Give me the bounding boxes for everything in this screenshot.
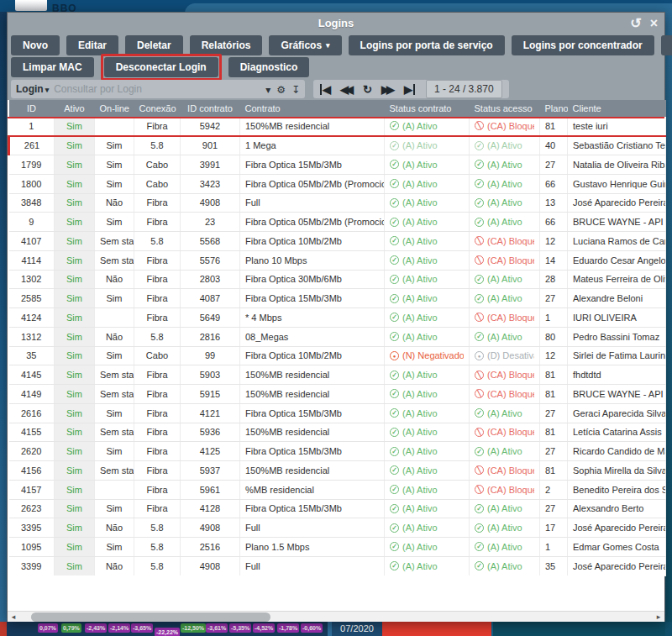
chart-chip: 0,79% <box>61 623 81 633</box>
table-row[interactable]: 4155SimSem staFibra5936150%MB residencia… <box>9 423 666 442</box>
check-circle-icon: ✓ <box>390 485 399 494</box>
window-titlebar[interactable]: Logins ↺× <box>8 13 664 34</box>
cogs-icon[interactable]: ⚙ <box>276 84 286 96</box>
cell-id_contrato: 2816 <box>181 327 240 346</box>
cell-cliente: Mateus Ferreira de Oliv <box>568 270 666 289</box>
table-row[interactable]: 9SimSimFibra23Fibra Optica 05Mb/2Mb (Pro… <box>9 213 666 232</box>
table-row[interactable]: 2585SimSimFibra4087Fibra Optica 15Mb/3Mb… <box>9 289 666 308</box>
relatorios-button[interactable]: Relatórios <box>190 35 263 55</box>
table-row[interactable]: 2623SimSimFibra4128Fibra Optica 15Mb/3Mb… <box>9 499 666 518</box>
table-row[interactable]: 4114SimSem staFibra5576Plano 10 Mbps✓(A)… <box>9 250 666 270</box>
deletar-button[interactable]: Deletar <box>125 35 183 55</box>
table-row[interactable]: 1302SimNãoFibra2803Fibra Optica 30Mb/6Mb… <box>9 270 666 289</box>
table-row[interactable]: 4157SimFibra5961%MB residencial✓(A) Ativ… <box>9 480 666 499</box>
table-row[interactable]: 1SimFibra5942150%MB residencial✓(A) Ativ… <box>9 117 666 136</box>
search-input[interactable] <box>54 83 260 95</box>
scrollbar-thumb[interactable] <box>31 612 270 622</box>
cell-contrato: Fibra Optica 15Mb/3Mb <box>240 442 385 461</box>
limpar-mac-button[interactable]: Limpar MAC <box>11 57 94 77</box>
status-label: (CA) Bloqueio A <box>487 121 534 131</box>
column-header-status-acesso[interactable]: Status acesso <box>470 100 540 117</box>
table-row[interactable]: 35SimSimCabo99Fibra Optica 10Mb/2Mb●(N) … <box>9 346 666 365</box>
slash-circle-icon: ╲ <box>475 371 484 380</box>
cell-status_contrato: ✓(A) Ativo <box>385 308 470 328</box>
cell-cliente: Letícia Catarina Assis <box>568 423 666 442</box>
status-label: (A) Ativo <box>402 503 438 513</box>
cell-cliente: Eduardo Cesar Angelo <box>568 250 666 270</box>
scrollbar-track[interactable] <box>19 612 653 623</box>
column-header-on-line[interactable]: On-line <box>95 100 134 117</box>
table-row[interactable]: 4156SimSem staFibra5937150%MB residencia… <box>9 461 666 481</box>
check-circle-icon: ✓ <box>475 294 484 303</box>
column-header-cliente[interactable]: Cliente <box>568 100 666 117</box>
check-circle-icon: ✓ <box>390 294 399 303</box>
table-row[interactable]: 1799SimSimCabo3991Fibra Optica 15Mb/3Mb✓… <box>9 155 666 175</box>
column-header-id[interactable]: ID <box>9 100 55 117</box>
cell-status_contrato: ✓(A) Ativo <box>385 538 470 557</box>
scroll-right-arrow-icon[interactable]: ▸ <box>653 612 664 621</box>
background-teal-block <box>491 622 665 636</box>
table-row[interactable]: 1095SimSim5.82516Plano 1.5 Mbps✓(A) Ativ… <box>9 538 666 557</box>
download-icon[interactable]: ↧ <box>291 84 300 96</box>
first-page-button[interactable]: ◀ <box>320 84 331 95</box>
cell-cliente: BRUCE WAYNE - API <box>568 385 666 404</box>
table-row[interactable]: 3395SimNão5.84908Full✓(A) Ativo✓(A) Ativ… <box>9 518 666 538</box>
cell-online: Sim <box>95 155 134 175</box>
table-row[interactable]: 1800SimSimCabo3423Fibra Optica 05Mb/2Mb … <box>9 174 666 193</box>
cell-contrato: Fibra Optica 15Mb/3Mb <box>240 403 385 423</box>
graficos-button[interactable]: Gráficos▾ <box>269 35 341 55</box>
last-page-button[interactable]: ▶ <box>404 84 415 95</box>
cell-cliente: Geraci Aparecida Silva <box>568 403 666 423</box>
table-row[interactable]: 3399SimNão5.84908Full✓(A) Ativo✓(A) Ativ… <box>9 556 666 576</box>
table-row[interactable]: 3848SimNãoFibra4908Full✓(A) Ativo✓(A) At… <box>9 193 666 213</box>
logins-por-porta-de-servico-button[interactable]: Logins por porta de serviço <box>349 35 505 55</box>
next-page-button[interactable]: ▶▶ <box>381 84 395 95</box>
status-label: (CA) Bloqueio A <box>487 313 534 323</box>
prev-page-button[interactable]: ◀◀ <box>340 84 354 95</box>
slash-circle-icon: ╲ <box>475 255 484 265</box>
dropdown-caret-icon[interactable]: ▾ <box>265 84 270 96</box>
check-circle-icon: ✓ <box>475 198 484 208</box>
status-label: (A) Ativo <box>402 217 438 227</box>
column-header-ativo[interactable]: ▲Ativo <box>55 100 95 117</box>
novo-button[interactable]: Novo <box>11 35 60 55</box>
column-header-conexao[interactable]: Conexão <box>134 100 181 117</box>
status-label: (A) Ativo <box>487 561 522 571</box>
close-icon[interactable]: × <box>650 17 658 30</box>
cell-cliente: Sophia Mirella da Silva <box>568 461 666 481</box>
diagnostico-button[interactable]: Diagnostico <box>228 57 310 77</box>
column-header-contrato[interactable]: Contrato <box>240 100 385 117</box>
column-header-plano[interactable]: Plano <box>540 100 568 117</box>
check-circle-icon: ✓ <box>475 561 484 570</box>
column-label: On-line <box>100 103 129 113</box>
column-header-id-contrato[interactable]: ID contrato <box>181 100 240 117</box>
table-row-selected[interactable]: 261SimSim5.89011 Mega✓(A) Ativo✓(A) Ativ… <box>9 136 666 155</box>
table-row[interactable]: 2620SimSimFibra4125Fibra Optica 15Mb/3Mb… <box>9 442 666 461</box>
column-header-status-contrato[interactable]: Status contrato <box>385 100 470 117</box>
table-row[interactable]: 4145SimSem staFibra5903150%MB residencia… <box>9 365 666 385</box>
cell-id_contrato: 5937 <box>181 461 240 481</box>
cell-cliente: Natalia de Oliveira Riba <box>568 155 666 175</box>
cell-status_contrato: ✓(A) Ativo <box>385 174 470 193</box>
table-row[interactable]: 2616SimSimFibra4121Fibra Optica 15Mb/3Mb… <box>9 403 666 423</box>
status-label: (A) Ativo <box>402 446 438 456</box>
cell-status_acesso: ✓(A) Ativo <box>470 213 540 232</box>
logins-por-concentrador-button[interactable]: Logins por concentrador <box>512 35 654 55</box>
table-row[interactable]: 1312SimNão5.8281608_Megas✓(A) Ativo✓(A) … <box>9 327 666 346</box>
table-row[interactable]: 4124SimFibra5649* 4 Mbps✓(A) Ativo╲(CA) … <box>9 308 666 328</box>
table-row[interactable]: 4107SimSem sta5.85568Fibra Optica 10Mb/2… <box>9 232 666 251</box>
desconectar-login-button[interactable]: Desconectar Login <box>104 57 218 77</box>
log-radius-button[interactable]: Log radius▾ <box>661 35 672 55</box>
editar-button[interactable]: Editar <box>66 35 118 55</box>
table-row[interactable]: 4149SimSem staFibra5915150%MB residencia… <box>9 385 666 404</box>
horizontal-scrollbar[interactable]: ◂ ▸ <box>8 611 664 622</box>
refresh-button[interactable]: ↻ <box>363 84 372 95</box>
search-field-selector[interactable]: Login▾ <box>16 83 49 95</box>
history-icon[interactable]: ↺ <box>630 17 641 30</box>
cell-conexao: Fibra <box>134 289 181 308</box>
check-circle-icon: ✓ <box>475 523 484 533</box>
cell-status_contrato: ✓(A) Ativo <box>385 385 470 404</box>
scroll-left-arrow-icon[interactable]: ◂ <box>8 612 19 621</box>
cell-status_acesso: ✓(A) Ativo <box>470 155 540 175</box>
cell-ativo: Sim <box>55 232 95 251</box>
